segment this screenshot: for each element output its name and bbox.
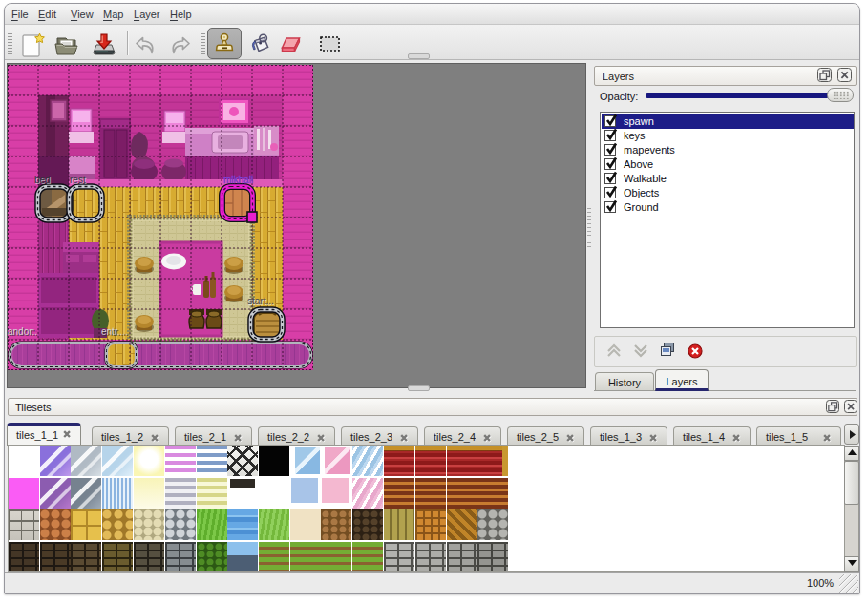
svg-text:start...: start... — [247, 296, 274, 306]
svg-text:entr....: entr.... — [101, 326, 128, 337]
svg-text:mikhail: mikhail — [223, 175, 253, 185]
svg-text:rest: rest — [70, 175, 86, 185]
svg-text:andor:.: andor:. — [8, 326, 37, 337]
svg-text:bed: bed — [34, 175, 51, 185]
